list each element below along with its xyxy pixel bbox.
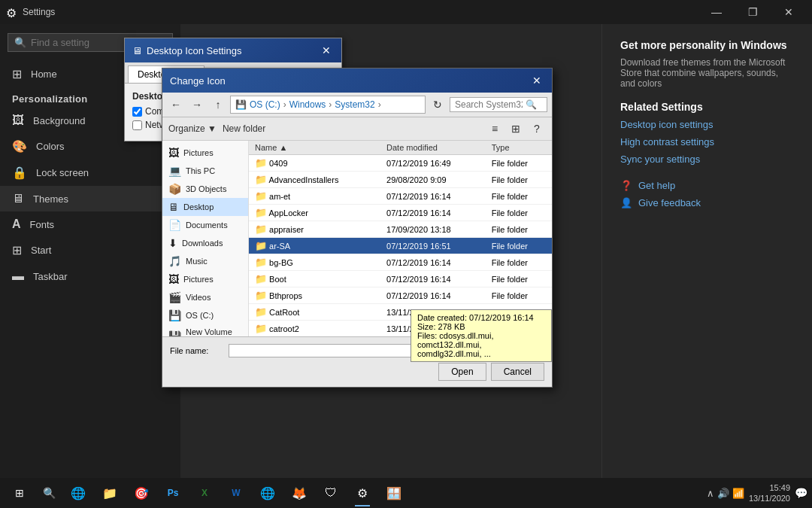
file-name-cell: 📁 0409 [249,155,380,172]
nav-back-btn[interactable]: ← [167,96,185,114]
sidebar-desktop[interactable]: 🖥 Desktop [162,198,248,216]
sidebar-videos[interactable]: 🎬 Videos [162,288,248,306]
close-button[interactable]: ✕ [771,0,806,24]
table-row[interactable]: 📁 Boot 07/12/2019 16:14 File folder [249,271,552,287]
nav-up-btn[interactable]: ↑ [209,96,227,114]
file-type-cell: File folder [486,172,552,188]
taskbar-store[interactable]: 🎯 [126,478,156,508]
home-icon: ⊞ [12,67,22,81]
file-name-cell: 📁 catroot2 [249,321,380,337]
table-row[interactable]: 📁 Bthprops 07/12/2019 16:14 File folder [249,287,552,304]
sidebar-documents[interactable]: 📄 Documents [162,216,248,234]
taskbar-firefox[interactable]: 🦊 [284,478,314,508]
sidebar-item-start[interactable]: ⊞ Start [0,237,180,263]
sidebar-item-themes[interactable]: 🖥 Themes [0,186,180,211]
computer-check[interactable] [132,107,142,117]
sidebar-os-c[interactable]: 💾 OS (C:) [162,306,248,324]
sidebar-3d-icon: 📦 [168,183,181,195]
give-feedback-link[interactable]: 👤 Give feedback [620,197,794,208]
window-controls: — ❐ ✕ [699,0,806,24]
sidebar-downloads[interactable]: ⬇ Downloads [162,234,248,252]
table-row[interactable]: 📁 am-et 07/12/2019 16:14 File folder [249,188,552,205]
sidebar-this-pc[interactable]: 💻 This PC [162,162,248,180]
file-type-cell: File folder [486,221,552,238]
new-folder-btn[interactable]: New folder [223,123,265,134]
view-btn-list[interactable]: ≡ [486,120,504,138]
related-link-high-contrast[interactable]: High contrast settings [620,136,794,148]
sidebar-item-fonts[interactable]: A Fonts [0,211,180,237]
table-row[interactable]: 📁 bg-BG 07/12/2019 16:14 File folder [249,254,552,271]
ci-search-input[interactable] [455,99,523,110]
sidebar-label-start: Start [31,245,51,256]
ci-toolbar: ← → ↑ 💾 OS (C:) › Windows › System32 › ↻… [162,93,552,117]
file-date-cell: 07/12/2019 16:14 [380,188,486,205]
sidebar-new-volume[interactable]: 💾 New Volume (D:) [162,324,248,336]
tray-chevron[interactable]: ∧ [707,488,714,499]
maximize-button[interactable]: ❐ [735,0,770,24]
table-row[interactable]: 📁 AdvancedInstallers 29/08/2020 9:09 Fil… [249,172,552,188]
related-link-sync[interactable]: Sync your settings [620,154,794,165]
tray-network[interactable]: 📶 [732,488,744,499]
col-modified[interactable]: Date modified [380,141,486,155]
file-name-cell: 📁 appraiser [249,221,380,238]
dialog-title-text: Desktop Icon Settings [147,45,241,56]
path-system32[interactable]: System32 [335,99,374,110]
tray-volume[interactable]: 🔊 [717,488,729,499]
taskbar-word[interactable]: W [221,478,251,508]
sidebar-pictures2[interactable]: 🖼 Pictures [162,270,248,288]
taskbar-windows[interactable]: 🪟 [379,478,409,508]
sidebar-item-taskbar[interactable]: ▬ Taskbar [0,263,180,289]
sidebar-desktop-icon: 🖥 [168,201,179,213]
sidebar-music[interactable]: 🎵 Music [162,252,248,270]
cancel-button[interactable]: Cancel [491,363,544,381]
network-check[interactable] [132,120,142,130]
nav-forward-btn[interactable]: → [188,96,206,114]
file-type-cell: File folder [486,271,552,287]
tooltip-date: Date created: 07/12/2019 16:14 [417,313,545,322]
taskbar-chrome[interactable]: 🌐 [253,478,283,508]
change-icon-title: Change Icon [170,75,226,87]
get-help-link[interactable]: ❓ Get help [620,180,794,191]
col-type[interactable]: Type [486,141,552,155]
open-button[interactable]: Open [438,363,486,381]
table-row[interactable]: 📁 appraiser 17/09/2020 13:18 File folder [249,221,552,238]
taskbar-ps[interactable]: Ps [158,478,188,508]
path-windows[interactable]: Windows [289,99,326,110]
related-link-desktop-icon[interactable]: Desktop icon settings [620,119,794,130]
col-name[interactable]: Name ▲ [249,141,380,155]
taskbar-search-button[interactable]: 🔍 [36,480,62,506]
ci-file-sidebar: 🖼 Pictures 💻 This PC 📦 3D Objects 🖥 Desk… [162,141,249,336]
sidebar-newvol-icon: 💾 [168,330,181,336]
sidebar-pictures-icon: 🖼 [168,147,179,159]
table-row[interactable]: 📁 ar-SA 07/12/2019 16:51 File folder [249,238,552,254]
file-type-cell: File folder [486,238,552,254]
change-icon-close[interactable]: ✕ [529,73,544,88]
taskbar-explorer[interactable]: 📁 [95,478,125,508]
view-btn-grid[interactable]: ⊞ [507,120,525,138]
taskbar-settings[interactable]: ⚙ [347,478,377,508]
sidebar-item-lockscreen[interactable]: 🔒 Lock screen [0,160,180,186]
organize-btn[interactable]: Organize ▼ [168,123,217,134]
view-help-btn[interactable]: ? [528,120,546,138]
folder-icon: 📁 [255,290,267,301]
notification-btn[interactable]: 💬 [795,487,807,499]
taskbar-xl[interactable]: X [189,478,220,508]
sidebar-videos-icon: 🎬 [168,291,181,303]
ci-search-box[interactable]: 🔍 [450,97,547,112]
start-button[interactable]: ⊞ [5,478,35,508]
table-row[interactable]: 📁 0409 07/12/2019 16:49 File folder [249,155,552,172]
sidebar-pictures[interactable]: 🖼 Pictures [162,144,248,162]
minimize-button[interactable]: — [699,0,734,24]
sidebar-newvol-label: New Volume (D:) [186,327,242,336]
file-name-cell: 📁 Boot [249,271,380,287]
desktop-icon-dialog-close[interactable]: ✕ [319,43,334,58]
refresh-btn[interactable]: ↻ [429,96,447,114]
path-drive[interactable]: OS (C:) [250,99,280,110]
address-bar[interactable]: 💾 OS (C:) › Windows › System32 › [230,96,426,114]
folder-icon: 📁 [255,207,267,218]
feedback-icon: 👤 [620,197,632,208]
taskbar-brave[interactable]: 🛡 [316,478,346,508]
sidebar-3d-objects[interactable]: 📦 3D Objects [162,180,248,198]
table-row[interactable]: 📁 AppLocker 07/12/2019 16:14 File folder [249,205,552,221]
taskbar-edge[interactable]: 🌐 [63,478,93,508]
